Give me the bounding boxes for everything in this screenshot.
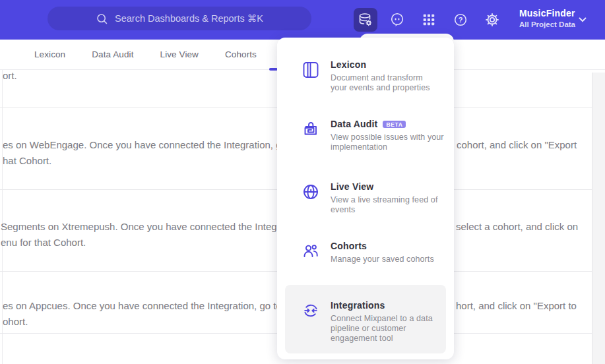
apps-grid-icon[interactable] <box>417 8 441 32</box>
integrations-sync-icon <box>302 302 319 319</box>
menu-item-title: Live View <box>331 181 437 193</box>
tab-cohorts[interactable]: Cohorts <box>225 49 257 59</box>
row-text: Segments on Xtremepush. Once you have co… <box>1 220 304 233</box>
search-icon <box>96 13 108 25</box>
top-nav-bar: Search Dashboards & Reports ⌘K <box>0 0 605 40</box>
menu-item-live-view[interactable]: Live View View a live streaming feed ofe… <box>302 181 445 215</box>
project-scope: All Project Data <box>519 21 575 29</box>
project-selector[interactable]: MusicFinder All Project Data <box>519 9 575 29</box>
menu-item-description: View a live streaming feed ofevents <box>331 195 437 215</box>
chevron-down-icon[interactable] <box>578 16 587 24</box>
live-view-globe-icon <box>302 183 319 200</box>
menu-item-description: Document and transformyour events and pr… <box>331 73 430 93</box>
menu-item-title: Integrations <box>331 300 433 311</box>
svg-text:?: ? <box>459 16 463 24</box>
data-management-icon[interactable] <box>354 8 377 32</box>
settings-icon[interactable] <box>480 8 504 32</box>
tab-data-audit[interactable]: Data Audit <box>92 49 133 59</box>
messages-icon[interactable] <box>385 8 409 32</box>
row-text: select a cohort, and click on <box>456 220 578 233</box>
row-text: ohort. <box>3 315 28 328</box>
help-icon[interactable]: ? <box>449 8 472 32</box>
row-text: cohort, and click on "Export <box>457 138 577 152</box>
menu-item-description: Connect Mixpanel to a datapipeline or cu… <box>331 314 433 344</box>
row-text: hat Cohort. <box>3 154 51 167</box>
data-management-dropdown: Lexicon Document and transformyour event… <box>277 38 454 359</box>
menu-item-title: Cohorts <box>331 241 434 252</box>
data-audit-lock-icon <box>302 121 319 138</box>
row-text: es on WebEngage. Once you have connected… <box>3 138 315 152</box>
menu-item-data-audit[interactable]: Data Audit BETA View possible issues wit… <box>302 119 445 152</box>
row-text: ort. <box>3 69 17 82</box>
menu-item-title: Lexicon <box>331 59 430 71</box>
cohorts-users-icon <box>302 243 319 260</box>
search-input[interactable]: Search Dashboards & Reports ⌘K <box>48 7 311 30</box>
menu-item-description: Manage your saved cohorts <box>331 255 434 264</box>
menu-item-description: View possible issues with yourimplementa… <box>331 133 444 152</box>
row-text: es on Appcues. Once you have connected t… <box>3 299 309 313</box>
beta-badge: BETA <box>383 121 406 129</box>
lexicon-book-icon <box>302 61 319 78</box>
menu-item-cohorts[interactable]: Cohorts Manage your saved cohorts <box>302 241 445 264</box>
tab-live-view[interactable]: Live View <box>160 49 199 59</box>
project-name: MusicFinder <box>519 9 575 18</box>
menu-item-lexicon[interactable]: Lexicon Document and transformyour event… <box>302 59 445 93</box>
menu-item-integrations[interactable]: Integrations Connect Mixpanel to a datap… <box>302 300 445 344</box>
menu-item-title: Data Audit BETA <box>331 119 444 130</box>
search-placeholder: Search Dashboards & Reports ⌘K <box>115 13 263 24</box>
tab-lexicon[interactable]: Lexicon <box>34 49 65 59</box>
row-text: hort, and click on "Export to <box>456 299 577 313</box>
row-text: enu for that Cohort. <box>1 236 86 249</box>
